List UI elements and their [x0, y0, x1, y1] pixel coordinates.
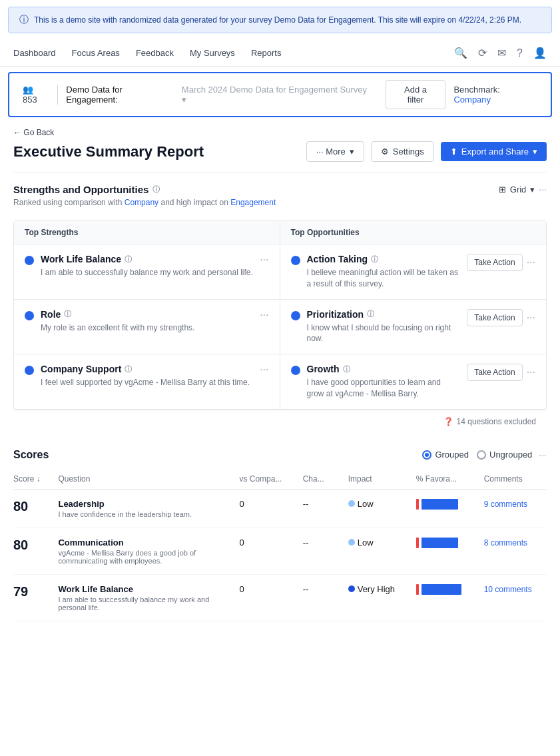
strengths-grid: Top Strengths Top Opportunities Work Lif… [13, 220, 547, 410]
opportunity-desc-2: I know what I should be focusing on righ… [307, 322, 461, 345]
settings-button[interactable]: ⚙ Settings [371, 141, 434, 162]
score-row-2: 80 Communication vgAcme - Mellisa Barry … [13, 528, 547, 574]
comments-link-3[interactable]: 10 comments [484, 585, 532, 594]
grouped-option[interactable]: Grouped [422, 450, 469, 460]
grid-toggle[interactable]: ⊞ Grid ▾ ··· [499, 184, 547, 194]
search-icon[interactable]: 🔍 [454, 47, 467, 59]
opportunity-dot-1 [291, 256, 300, 265]
report-header: Executive Summary Report ··· More ▾ ⚙ Se… [13, 141, 547, 162]
benchmark-link[interactable]: Company [453, 95, 491, 105]
bar-1 [416, 499, 471, 510]
col-comments: Comments [477, 469, 547, 490]
nav-focus-areas[interactable]: Focus Areas [72, 45, 120, 61]
strengths-subtitle: Ranked using comparison with Company and… [13, 198, 276, 207]
demo-banner: ⓘ This is a demo site with randomized da… [8, 7, 552, 33]
q-desc-3: I am able to successfully balance my wor… [58, 595, 226, 611]
opportunity-desc-3: I have good opportunities to learn and g… [307, 377, 461, 400]
comments-link-2[interactable]: 8 comments [484, 538, 527, 548]
col-change: Cha... [296, 469, 342, 490]
impact-label-3: Very High [358, 584, 395, 594]
chevron-down-icon-grid: ▾ [530, 185, 535, 194]
impact-dot-1 [348, 500, 355, 507]
report-actions: ··· More ▾ ⚙ Settings ⬆ Export and Share… [306, 141, 547, 162]
take-action-button-2[interactable]: Take Action [467, 309, 522, 326]
strength-menu-3[interactable]: ··· [260, 364, 268, 376]
change-1: -- [296, 489, 342, 528]
export-share-button[interactable]: ⬆ Export and Share ▾ [441, 142, 547, 161]
strength-menu-2[interactable]: ··· [260, 309, 268, 321]
strength-info-3[interactable]: ⓘ [125, 364, 132, 374]
nav-icons: 🔍 ⟳ ✉ ? 👤 [454, 47, 547, 59]
col-impact: Impact [342, 469, 410, 490]
bar-2 [416, 538, 471, 548]
page-title: Executive Summary Report [13, 143, 204, 161]
chevron-down-icon-export: ▾ [533, 147, 537, 157]
nav-reports[interactable]: Reports [251, 45, 282, 61]
grouped-radio[interactable] [422, 450, 431, 460]
opportunity-dot-3 [291, 366, 300, 375]
gear-icon: ⚙ [381, 147, 389, 157]
opportunity-menu-2[interactable]: ··· [527, 312, 535, 324]
user-icon[interactable]: 👤 [533, 47, 547, 59]
opportunity-info-3[interactable]: ⓘ [343, 364, 350, 374]
strength-dot-2 [25, 311, 34, 320]
info-icon: ⓘ [19, 14, 29, 26]
change-3: -- [296, 574, 342, 621]
strength-item-1: Work Life Balance ⓘ I am able to success… [14, 244, 280, 300]
q-title-2: Communication [58, 538, 226, 548]
strength-title-2: Role [41, 309, 61, 320]
engagement-link[interactable]: Engagement [230, 198, 276, 207]
chevron-down-icon: ▾ [350, 147, 354, 157]
ungrouped-option[interactable]: Ungrouped [477, 450, 532, 460]
strength-info-2[interactable]: ⓘ [64, 309, 71, 319]
help-icon[interactable]: ? [517, 47, 523, 59]
add-filter-button[interactable]: Add a filter [386, 80, 446, 109]
benchmark-label: Benchmark: Company [453, 85, 537, 105]
grid-icon: ⊞ [499, 185, 506, 194]
more-button[interactable]: ··· More ▾ [306, 141, 364, 162]
vs-company-2: 0 [232, 528, 296, 574]
opportunity-menu-3[interactable]: ··· [527, 366, 535, 378]
scores-title: Scores [13, 449, 49, 461]
comments-link-1[interactable]: 9 comments [484, 500, 527, 509]
share-icon: ⬆ [450, 147, 457, 157]
nav-my-surveys[interactable]: My Surveys [190, 45, 235, 61]
opportunity-item-2: Prioritization ⓘ I know what I should be… [280, 300, 547, 355]
strengths-title: Strengths and Opportunities [13, 184, 148, 195]
strength-item-3: Company Support ⓘ I feel well supported … [14, 354, 280, 409]
top-strengths-header: Top Strengths [14, 221, 280, 244]
strength-desc-2: My role is an excellent fit with my stre… [41, 322, 253, 334]
strengths-info-icon[interactable]: ⓘ [152, 185, 160, 194]
opportunity-desc-1: I believe meaningful action will be take… [307, 267, 461, 290]
refresh-icon[interactable]: ⟳ [478, 47, 487, 59]
strength-info-1[interactable]: ⓘ [125, 254, 132, 264]
opportunity-menu-1[interactable]: ··· [527, 256, 535, 268]
opportunity-info-2[interactable]: ⓘ [367, 309, 374, 319]
strength-item-2: Role ⓘ My role is an excellent fit with … [14, 300, 280, 355]
go-back-link[interactable]: ← Go Back [13, 128, 547, 137]
respondent-count: 👥 853 [23, 85, 58, 105]
opportunity-title-3: Growth [307, 364, 340, 374]
take-action-button-1[interactable]: Take Action [467, 254, 522, 271]
strength-menu-1[interactable]: ··· [260, 254, 268, 266]
company-link[interactable]: Company [125, 198, 158, 207]
nav-feedback[interactable]: Feedback [136, 45, 174, 61]
ungrouped-radio[interactable] [477, 450, 486, 460]
score-value-2: 80 [13, 538, 28, 552]
survey-value[interactable]: March 2024 Demo Data for Engagement Surv… [182, 85, 370, 105]
filter-bar: 👥 853 Demo Data for Engagement: March 20… [8, 72, 552, 117]
nav-dashboard[interactable]: Dashboard [13, 45, 56, 61]
take-action-button-3[interactable]: Take Action [467, 364, 522, 381]
score-row-1: 80 Leadership I have confidence in the l… [13, 489, 547, 528]
more-options-icon[interactable]: ··· [539, 184, 547, 194]
q-desc-1: I have confidence in the leadership team… [58, 510, 226, 518]
scores-more-icon[interactable]: ··· [539, 450, 547, 460]
opportunity-item-1: Action Taking ⓘ I believe meaningful act… [280, 244, 547, 300]
opportunity-info-1[interactable]: ⓘ [371, 254, 378, 264]
vs-company-1: 0 [232, 489, 296, 528]
strength-title-3: Company Support [41, 364, 121, 374]
score-value-3: 79 [13, 584, 28, 599]
strength-desc-3: I feel well supported by vgAcme - Mellis… [41, 377, 253, 388]
message-icon[interactable]: ✉ [497, 47, 506, 59]
impact-dot-2 [348, 539, 355, 546]
